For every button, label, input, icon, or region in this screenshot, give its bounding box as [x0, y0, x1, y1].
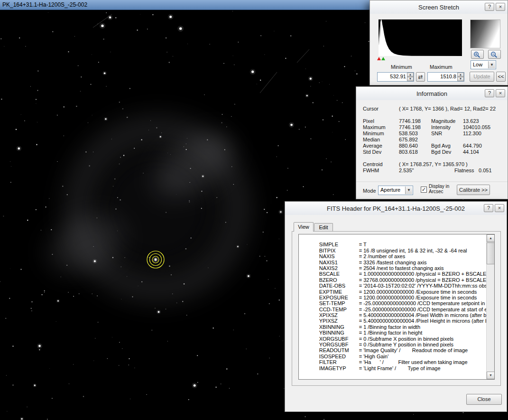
- stat-row: Average880.640Bgd Avg644.790: [363, 143, 490, 149]
- fits-keyword: BITPIX: [319, 248, 359, 253]
- mode-value: Aperture: [380, 187, 400, 193]
- fits-value: = 'Light Frame' / Type of image: [359, 365, 441, 371]
- close-icon[interactable]: ×: [496, 3, 505, 11]
- collapse-button[interactable]: <<: [496, 72, 506, 82]
- fits-value: = 1200.0000000000000 /Exposure time in s…: [359, 289, 477, 295]
- fits-value: = 2 /number of axes: [359, 253, 406, 259]
- stat-value: 112.300: [463, 131, 481, 136]
- help-icon[interactable]: ?: [484, 204, 493, 212]
- stretch-mode-select[interactable]: Low ▼: [471, 60, 496, 69]
- fits-keyword: SET-TEMP: [319, 300, 359, 306]
- max-marker-icon[interactable]: [381, 57, 385, 60]
- calibrate-button[interactable]: Calibrate >>: [457, 185, 490, 195]
- fits-keyword: CCD-TEMP: [319, 307, 359, 312]
- fits-value: = 'High Gain': [359, 354, 389, 359]
- cursor-row: Cursor( X= 1768, Y= 1366 ), Rad= 12, Rad…: [363, 106, 496, 112]
- stat-label: Minimum: [363, 131, 399, 136]
- stat-label: Intensity: [431, 124, 463, 130]
- help-icon[interactable]: ?: [485, 3, 494, 11]
- information-dialog: Information ? × Cursor( X= 1768, Y= 1366…: [356, 86, 508, 199]
- fits-keyword: DATE-OBS: [319, 283, 359, 289]
- scroll-down-icon[interactable]: ▼: [487, 372, 495, 379]
- maximum-value[interactable]: 1510.8: [429, 74, 456, 79]
- spin-down-icon[interactable]: ▼: [457, 77, 464, 81]
- fits-value: = 5.4000000000000004 /Pixel Height in mi…: [359, 318, 495, 324]
- fits-value: = 5.4000000000000004 /Pixel Width in mic…: [359, 312, 495, 318]
- tab-edit[interactable]: Edit: [314, 223, 333, 232]
- information-title: Information: [416, 90, 447, 97]
- fits-keyword: NAXIS: [319, 253, 359, 259]
- display-arcsec-checkbox[interactable]: ✓: [421, 187, 427, 193]
- centroid-row: Centroid( X= 1768.257, Y= 1365.970 ): [363, 161, 468, 167]
- stat-value: 7746.198: [399, 124, 431, 130]
- stat-label: Bgd Dev: [431, 149, 463, 155]
- spin-up-icon[interactable]: ▲: [407, 73, 414, 77]
- minimum-input[interactable]: 532.91 ▲ ▼: [377, 72, 414, 82]
- histogram[interactable]: [379, 19, 462, 56]
- fits-keyword: EXPTIME: [319, 289, 359, 295]
- stat-label: SNR: [431, 131, 463, 136]
- fits-value: = 3326 /fastest changing axis: [359, 260, 427, 265]
- fits-header-titlebar[interactable]: FITS Header for PK_164+31.1-Ha-1200S_-25…: [285, 202, 507, 215]
- check-icon: ✓: [422, 187, 426, 192]
- stats-table: Pixel7746.198Magnitude13.623 Maximum7746…: [363, 118, 490, 155]
- spin-down-icon[interactable]: ▼: [407, 77, 414, 81]
- fits-header-dialog: FITS Header for PK_164+31.1-Ha-1200S_-25…: [285, 201, 507, 412]
- image-window-titlebar[interactable]: PK_164+31.1-Ha-1200S_-25-002: [0, 0, 369, 10]
- maximum-input[interactable]: 1510.8 ▲ ▼: [427, 72, 464, 82]
- fits-header-list[interactable]: SIMPLE= T BITPIX= 16 /8 unsigned int, 16…: [298, 234, 495, 380]
- cursor-value: ( X= 1768, Y= 1366 ), Rad= 12, Rad2= 22: [399, 106, 496, 112]
- scroll-thumb[interactable]: [487, 243, 495, 264]
- stat-label: Median: [363, 137, 399, 142]
- stat-value: 13.623: [463, 118, 479, 124]
- tab-view[interactable]: View: [294, 222, 314, 232]
- stat-row: Median675.892: [363, 137, 490, 143]
- spin-up-icon[interactable]: ▲: [457, 73, 464, 77]
- stat-value: 803.618: [399, 149, 431, 155]
- fits-value: = 1 /Binning factor in width: [359, 324, 420, 330]
- stat-label: Magnitude: [431, 118, 463, 124]
- swap-min-max-button[interactable]: ⇄: [416, 72, 425, 82]
- min-marker-icon[interactable]: [377, 57, 381, 60]
- scroll-up-icon[interactable]: ▲: [487, 234, 495, 242]
- fits-value: = 1 /Binning factor in height: [359, 330, 423, 336]
- zoom-in-button[interactable]: [471, 50, 484, 59]
- close-button[interactable]: Close: [466, 394, 502, 405]
- chevron-down-icon[interactable]: ▼: [405, 187, 412, 194]
- fits-header-title: FITS Header for PK_164+31.1-Ha-1200S_-25…: [327, 205, 465, 212]
- zoom-out-button[interactable]: [488, 50, 501, 59]
- zoom-out-icon: [490, 51, 499, 58]
- fits-keyword: BSCALE: [319, 271, 359, 277]
- update-button[interactable]: Update: [470, 72, 494, 82]
- maximum-label: Maximum: [430, 64, 453, 70]
- fits-keyword: NAXIS2: [319, 265, 359, 271]
- help-icon[interactable]: ?: [485, 89, 494, 97]
- stat-row: Maximum7746.198Intensity104010.055: [363, 124, 490, 131]
- fits-keyword: YBINNING: [319, 330, 359, 336]
- close-icon[interactable]: ×: [495, 204, 504, 212]
- stretch-mode-value: Low: [473, 62, 482, 67]
- centroid-label: Centroid: [363, 161, 399, 167]
- close-icon[interactable]: ×: [496, 89, 505, 97]
- stat-label: Pixel: [363, 118, 399, 124]
- stat-label: Std Dev: [363, 149, 399, 155]
- stat-value: 538.503: [399, 131, 431, 136]
- fits-line[interactable]: SIMPLE= T: [302, 236, 494, 242]
- mode-label: Mode: [363, 188, 376, 194]
- stat-label: Average: [363, 143, 399, 149]
- fits-value: = 0 /Subframe Y position in binned pixel…: [359, 342, 453, 347]
- separator: [356, 182, 508, 183]
- satellite-trails: [93, 14, 309, 93]
- fits-keyword: ISOSPEED: [319, 354, 359, 359]
- vertical-scrollbar[interactable]: ▲ ▼: [486, 234, 494, 379]
- swap-icon: ⇄: [418, 74, 423, 80]
- fits-keyword: NAXIS1: [319, 260, 359, 265]
- flatness-value: 0.051: [479, 168, 492, 173]
- mode-select[interactable]: Aperture ▼: [378, 186, 413, 195]
- fits-value: = -25.000000000000000 /CCD temperature a…: [359, 307, 495, 312]
- aperture-marker[interactable]: [147, 251, 164, 268]
- minimum-value[interactable]: 532.91: [379, 74, 406, 79]
- chevron-down-icon[interactable]: ▼: [488, 61, 495, 68]
- stat-value: 7746.198: [399, 118, 431, 124]
- stat-value: 44.104: [463, 149, 479, 155]
